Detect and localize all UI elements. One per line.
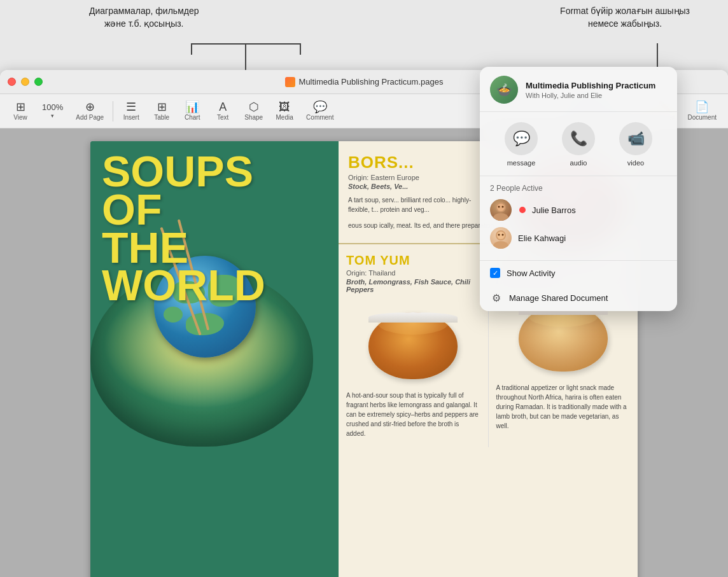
borscht-title: BORS... bbox=[348, 153, 488, 172]
add-page-button[interactable]: ⊕ Add Page bbox=[69, 99, 110, 123]
message-icon: 💬 bbox=[505, 122, 538, 155]
manage-icon: ⚙ bbox=[490, 292, 503, 304]
callout-bracket bbox=[191, 43, 301, 55]
media-icon: 🖼 bbox=[279, 101, 290, 113]
person-name-elie: Elie Kahwagi bbox=[518, 233, 566, 243]
svg-point-4 bbox=[502, 206, 504, 208]
borscht-title-block: BORS... Origin: Eastern Europe Stock, Be… bbox=[348, 153, 488, 214]
harira-image bbox=[519, 305, 608, 378]
person-row-elie: Elie Kahwagi bbox=[490, 227, 667, 249]
view-icon: ⊞ bbox=[16, 101, 25, 113]
message-label: message bbox=[507, 159, 536, 167]
tomyum-origin: Origin: Thailand bbox=[346, 269, 480, 277]
show-activity-item[interactable]: ✓ Show Activity bbox=[480, 261, 677, 285]
zoom-icon: 100% bbox=[42, 103, 63, 111]
document-icon: 📄 bbox=[695, 101, 709, 113]
comment-icon: 💬 bbox=[313, 101, 327, 113]
insert-icon: ☰ bbox=[126, 101, 136, 113]
svg-point-1 bbox=[493, 213, 508, 221]
pages-icon bbox=[285, 77, 295, 87]
tomyum-ingredients: Broth, Lemongrass, Fish Sauce, Chili Pep… bbox=[346, 278, 480, 293]
callout-line-left bbox=[245, 43, 246, 70]
audio-label: audio bbox=[570, 159, 587, 167]
video-action-button[interactable]: 📹 video bbox=[619, 122, 652, 167]
svg-point-7 bbox=[497, 232, 505, 239]
svg-point-6 bbox=[493, 241, 508, 249]
chart-icon: 📊 bbox=[185, 101, 199, 113]
tomyum-card: TOM YUM Origin: Thailand Broth, Lemongra… bbox=[339, 244, 489, 447]
collab-actions: 💬 message 📞 audio 📹 video bbox=[480, 112, 677, 176]
callout-line-right bbox=[657, 43, 658, 70]
traffic-lights bbox=[8, 78, 43, 86]
show-activity-checkbox[interactable]: ✓ bbox=[490, 268, 500, 278]
person-name-julie: Julie Barros bbox=[532, 205, 576, 215]
harira-desc: A traditional appetizer or light snack m… bbox=[496, 383, 631, 431]
audio-icon: 📞 bbox=[562, 122, 595, 155]
people-section: 2 People Active Julie Barros bbox=[480, 176, 677, 260]
video-label: video bbox=[627, 159, 644, 167]
shape-icon: ⬡ bbox=[249, 101, 259, 113]
zoom-label: ▾ bbox=[51, 113, 54, 119]
text-icon: A bbox=[219, 101, 227, 113]
manage-document-item[interactable]: ⚙ Manage Shared Document bbox=[480, 285, 677, 311]
video-icon: 📹 bbox=[619, 122, 652, 155]
tomyum-title: TOM YUM bbox=[346, 253, 480, 268]
avatar-julie bbox=[490, 199, 512, 221]
window-title: Multimedia Publishing Practicum.pages bbox=[285, 77, 444, 87]
callout-left: Диаграммалар, фильмдер және т.б. қосыңыз… bbox=[89, 5, 199, 30]
shape-button[interactable]: ⬡ Shape bbox=[238, 99, 269, 123]
text-button[interactable]: A Text bbox=[207, 99, 238, 123]
collab-title-block: Multimedia Publishing Practicum With Hol… bbox=[526, 81, 655, 99]
minimize-button[interactable] bbox=[21, 78, 29, 86]
collab-header: 🍲 Multimedia Publishing Practicum With H… bbox=[480, 67, 677, 112]
collab-doc-title: Multimedia Publishing Practicum bbox=[526, 81, 655, 90]
document-button[interactable]: 📄 Document bbox=[681, 99, 723, 123]
avatar-elie bbox=[490, 227, 512, 249]
audio-action-button[interactable]: 📞 audio bbox=[562, 122, 595, 167]
close-button[interactable] bbox=[8, 78, 16, 86]
borscht-origin: Origin: Eastern Europe bbox=[348, 174, 488, 181]
annotations: Диаграммалар, фильмдер және т.б. қосыңыз… bbox=[0, 0, 728, 70]
callout-right: Format бүйір жолағын ашыңыз немесе жабың… bbox=[560, 5, 690, 30]
zoom-button[interactable]: 100% ▾ bbox=[36, 101, 69, 122]
fullscreen-button[interactable] bbox=[34, 78, 43, 86]
person-row-julie: Julie Barros bbox=[490, 199, 667, 221]
chart-button[interactable]: 📊 Chart bbox=[177, 99, 207, 123]
svg-point-9 bbox=[502, 234, 504, 236]
toolbar-separator-1 bbox=[113, 101, 113, 122]
soups-title: SOUPSOFTHEWORLD bbox=[102, 153, 265, 305]
collab-doc-avatar: 🍲 bbox=[490, 76, 518, 104]
add-page-icon: ⊕ bbox=[85, 101, 95, 113]
manage-document-label: Manage Shared Document bbox=[509, 293, 608, 303]
table-icon: ⊞ bbox=[157, 101, 167, 113]
table-button[interactable]: ⊞ Table bbox=[146, 99, 177, 123]
comment-button[interactable]: 💬 Comment bbox=[300, 99, 340, 123]
left-background: SOUPSOFTHEWORLD bbox=[90, 141, 339, 577]
svg-point-2 bbox=[497, 204, 505, 211]
message-action-button[interactable]: 💬 message bbox=[505, 122, 538, 167]
insert-button[interactable]: ☰ Insert bbox=[116, 99, 146, 123]
collaborate-popup: 🍲 Multimedia Publishing Practicum With H… bbox=[480, 67, 677, 311]
view-button[interactable]: ⊞ View bbox=[5, 99, 36, 123]
svg-point-3 bbox=[498, 206, 500, 208]
borscht-desc: A tart soup, serv... brilliant red colo.… bbox=[348, 195, 488, 214]
tomyum-desc: A hot-and-sour soup that is typically fu… bbox=[346, 391, 480, 438]
person-status-dot-julie bbox=[519, 207, 526, 213]
people-count: 2 People Active bbox=[490, 184, 667, 193]
show-activity-label: Show Activity bbox=[507, 268, 556, 278]
collab-menu: ✓ Show Activity ⚙ Manage Shared Document bbox=[480, 260, 677, 311]
collab-doc-subtitle: With Holly, Julie and Elie bbox=[526, 92, 655, 99]
media-button[interactable]: 🖼 Media bbox=[269, 99, 300, 123]
borscht-ingredients: Stock, Beets, Ve... bbox=[348, 183, 488, 190]
tomyum-image bbox=[368, 312, 458, 386]
svg-point-8 bbox=[498, 234, 500, 236]
